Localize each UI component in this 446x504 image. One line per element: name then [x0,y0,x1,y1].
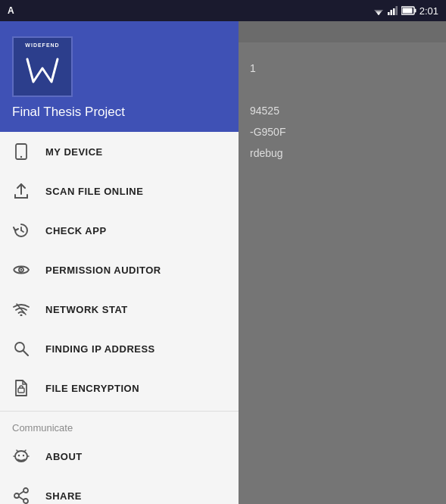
menu-item-network-stat[interactable]: NETWORK STAT [0,290,239,329]
battery-icon [401,6,416,15]
menu-item-finding-ip-address[interactable]: FINDING IP ADDRESS [0,329,239,368]
main-line1: 1 [250,58,435,79]
svg-line-20 [23,351,28,355]
drawer-title: Final Thesis Project [12,105,226,120]
menu-item-permission-auditor[interactable]: PERMISSION AUDITOR [0,250,239,290]
svg-point-29 [23,488,28,493]
app-indicator: A [8,5,14,16]
app-logo: WIDEFEND [12,36,73,97]
signal-icon [388,6,398,15]
menu-label-share: SHARE [45,490,82,502]
svg-rect-4 [390,10,392,15]
communicate-section-header: Communicate [0,415,239,437]
main-line3: 94525 [250,100,435,121]
status-bar: A 2:01 [0,0,446,21]
menu-item-file-encryption[interactable]: FILE ENCRYPTION [0,368,239,408]
svg-point-30 [14,493,19,498]
svg-line-32 [19,492,23,495]
drawer-header: WIDEFEND Final Thesis Project [0,21,239,132]
navigation-drawer: WIDEFEND Final Thesis Project MY DEVICE … [0,21,239,504]
menu-label-finding-ip: FINDING IP ADDRESS [45,343,155,355]
svg-line-33 [19,497,23,500]
svg-point-31 [23,499,28,503]
svg-rect-3 [388,12,390,15]
svg-rect-9 [402,8,412,14]
svg-line-14 [21,230,23,232]
menu-label-check-app: CHECK APP [45,225,107,236]
menu-label-about: ABOUT [45,451,83,462]
svg-rect-21 [18,388,24,393]
share-icon [12,487,30,504]
menu-label-my-device: MY DEVICE [45,146,103,158]
svg-rect-5 [393,8,395,15]
menu-label-permission-auditor: PERMISSION AUDITOR [45,265,161,276]
svg-line-25 [17,450,18,452]
svg-marker-2 [377,14,380,16]
device-icon [12,142,30,161]
logo-w-svg [26,58,59,86]
menu-item-scan-file-online[interactable]: SCAN FILE ONLINE [0,171,239,211]
svg-point-17 [20,315,23,317]
sync-icon [12,221,30,239]
status-icons: 2:01 [373,5,438,17]
wifi-menu-icon [12,300,30,318]
status-time: 2:01 [419,5,438,17]
main-text: 1 94525 -G950F rdebug [250,58,435,164]
upload-icon [12,182,30,200]
main-line4: -G950F [250,121,435,142]
android-icon [12,447,30,465]
file-icon [12,379,30,397]
menu-item-about[interactable]: ABOUT [0,437,239,476]
main-content-area: 1 94525 -G950F rdebug [239,42,446,504]
svg-line-26 [24,450,26,452]
menu-label-scan-file-online: SCAN FILE ONLINE [45,186,143,197]
menu-item-my-device[interactable]: MY DEVICE [0,132,239,171]
main-line2 [250,79,435,100]
svg-point-12 [20,156,22,158]
wifi-icon [373,6,385,15]
logo-top-text: WIDEFEND [14,42,71,48]
menu-divider [0,411,239,412]
svg-point-24 [23,455,24,456]
svg-point-19 [15,343,24,352]
svg-rect-6 [395,6,398,15]
drawer-menu: MY DEVICE SCAN FILE ONLINE CHECK APP PER… [0,132,239,504]
status-left: A [8,5,14,16]
main-line5: rdebug [250,142,435,164]
menu-item-check-app[interactable]: CHECK APP [0,211,239,250]
svg-point-16 [20,269,22,271]
menu-label-network-stat: NETWORK STAT [45,304,128,315]
svg-point-23 [18,455,20,456]
eye-icon [12,261,30,279]
menu-item-share[interactable]: SHARE [0,476,239,504]
menu-label-file-encryption: FILE ENCRYPTION [45,383,139,394]
search-icon [12,340,30,358]
svg-rect-8 [414,9,416,13]
